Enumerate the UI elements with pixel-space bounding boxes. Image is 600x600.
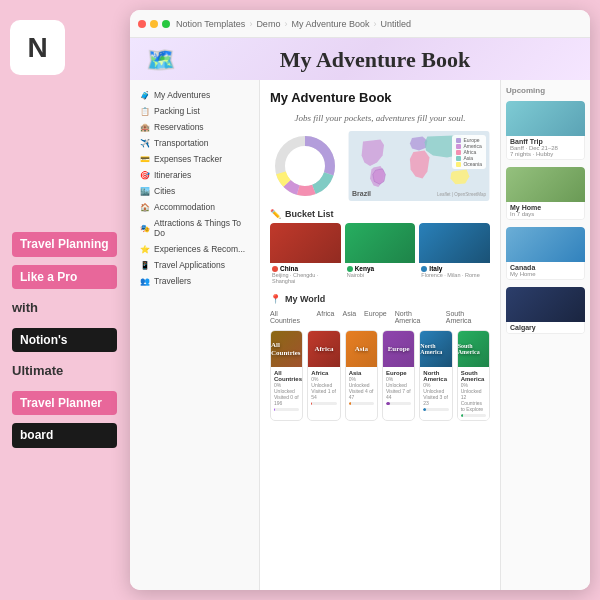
my-home-name: My Home	[510, 204, 581, 211]
world-card-south-america[interactable]: South America South America 0% Unlocked …	[457, 330, 490, 421]
sidebar-item-expenses[interactable]: 💳Expenses Tracker	[136, 152, 253, 166]
map-legend: Europe America Africa Asia Oceania	[452, 135, 486, 169]
canada-name: Canada	[510, 264, 581, 271]
sidebar-item-packing-list[interactable]: 📋Packing List	[136, 104, 253, 118]
breadcrumb-item-2[interactable]: Demo	[256, 19, 280, 29]
label-travel-planner: Travel Planner	[12, 391, 117, 416]
trip-card-calgary[interactable]: Calgary	[506, 287, 585, 334]
world-section-title: My World	[285, 294, 325, 304]
chart-map-row: Brazil Europe America Africa Asia Oceani…	[270, 131, 490, 201]
banff-img	[506, 101, 585, 136]
tab-asia[interactable]: Asia	[342, 310, 356, 324]
breadcrumb: Notion Templates › Demo › My Adventure B…	[176, 19, 411, 29]
sidebar-item-reservations[interactable]: 🏨Reservations	[136, 120, 253, 134]
card-icon: 💳	[140, 155, 150, 164]
tab-north-america[interactable]: North America	[395, 310, 438, 324]
target-icon: 🎯	[140, 171, 150, 180]
progress-asia	[349, 402, 374, 405]
world-pin-icon: 📍	[270, 294, 281, 304]
sidebar-item-my-adventures[interactable]: 🧳My Adventures	[136, 88, 253, 102]
tab-all-countries[interactable]: All Countries	[270, 310, 309, 324]
trip-card-canada[interactable]: Canada My Home	[506, 227, 585, 280]
sidebar-item-apps[interactable]: 📱Travel Applications	[136, 258, 253, 272]
my-world-section: 📍 My World All Countries Africa Asia Eur…	[270, 294, 490, 421]
bucket-card-kenya[interactable]: Kenya Nairobi	[345, 223, 416, 286]
people-icon: 👥	[140, 277, 150, 286]
italy-cities: Florence · Milan · Rome	[421, 272, 488, 278]
world-tabs: All Countries Africa Asia Europe North A…	[270, 310, 490, 324]
progress-south-america	[461, 414, 486, 417]
world-cards-container: All Countries All Countries 0% Unlocked …	[270, 330, 490, 421]
bucket-list-title: Bucket List	[285, 209, 334, 219]
notion-main: My Adventure Book Jobs fill your pockets…	[260, 80, 500, 590]
upcoming-title: Upcoming	[506, 86, 585, 95]
theatre-icon: 🎭	[140, 224, 150, 233]
notion-topbar: Notion Templates › Demo › My Adventure B…	[130, 10, 590, 38]
world-card-africa[interactable]: Africa Africa 0% Unlocked Visited 1 of 5…	[307, 330, 340, 421]
canada-meta: My Home	[510, 271, 581, 277]
label-notions: Notion's	[12, 328, 117, 353]
world-card-all[interactable]: All Countries All Countries 0% Unlocked …	[270, 330, 303, 421]
my-home-meta: In 7 days	[510, 211, 581, 217]
tab-europe[interactable]: Europe	[364, 310, 387, 324]
upcoming-panel: Upcoming Banff Trip Banff · Dec 21–28 7 …	[500, 80, 590, 590]
bucket-card-italy[interactable]: Italy Florence · Milan · Rome	[419, 223, 490, 286]
map-brazil-label: Brazil	[352, 190, 371, 197]
kenya-cities: Nairobi	[347, 272, 414, 278]
star-icon: ⭐	[140, 245, 150, 254]
bucket-list-images: China Beijing · Chengdu · Shanghai Kenya	[270, 223, 490, 286]
suitcase-icon: 🧳	[140, 91, 150, 100]
calgary-img	[506, 287, 585, 322]
page-title-main: My Adventure Book	[176, 47, 574, 73]
sidebar-item-accommodation[interactable]: 🏠Accommodation	[136, 200, 253, 214]
sidebar-item-cities[interactable]: 🏙️Cities	[136, 184, 253, 198]
kenya-flag-dot	[347, 266, 353, 272]
tab-africa[interactable]: Africa	[317, 310, 335, 324]
notion-app: Notion Templates › Demo › My Adventure B…	[130, 10, 590, 590]
tab-south-america[interactable]: South America	[446, 310, 490, 324]
sidebar-item-transportation[interactable]: ✈️Transportation	[136, 136, 253, 150]
donut-chart	[270, 131, 340, 201]
trip-card-my-home[interactable]: My Home In 7 days	[506, 167, 585, 220]
progress-all	[274, 408, 299, 411]
packing-icon: 📋	[140, 107, 150, 116]
notion-content: 🧳My Adventures 📋Packing List 🏨Reservatio…	[130, 80, 590, 590]
minimize-button[interactable]	[150, 20, 158, 28]
china-name: China	[280, 265, 298, 272]
world-card-europe[interactable]: Europe Europe 0% Unlocked Visited 7 of 4…	[382, 330, 415, 421]
notion-logo: N	[10, 20, 65, 75]
bucket-list-header: ✏️ Bucket List	[270, 209, 490, 219]
phone-icon: 📱	[140, 261, 150, 270]
progress-europe	[386, 402, 411, 405]
china-flag-dot	[272, 266, 278, 272]
label-board: board	[12, 423, 117, 448]
quote-text: Jobs fill your pockets, adventures fill …	[270, 113, 490, 123]
close-button[interactable]	[138, 20, 146, 28]
sidebar-item-travellers[interactable]: 👥Travellers	[136, 274, 253, 288]
sidebar-item-itineraries[interactable]: 🎯Itineraries	[136, 168, 253, 182]
sidebar-item-experiences[interactable]: ⭐Experiences & Recom...	[136, 242, 253, 256]
bucket-card-china[interactable]: China Beijing · Chengdu · Shanghai	[270, 223, 341, 286]
breadcrumb-item-1[interactable]: Notion Templates	[176, 19, 245, 29]
banff-name: Banff Trip	[510, 138, 581, 145]
world-card-asia[interactable]: Asia Asia 0% Unlocked Visited 4 of 47	[345, 330, 378, 421]
breadcrumb-item-4[interactable]: Untitled	[380, 19, 411, 29]
hotel-icon: 🏨	[140, 123, 150, 132]
italy-flag-dot	[421, 266, 427, 272]
city-icon: 🏙️	[140, 187, 150, 196]
label-travel-planning: Travel Planning	[12, 232, 117, 257]
trip-card-banff[interactable]: Banff Trip Banff · Dec 21–28 7 nights · …	[506, 101, 585, 160]
label-ultimate: Ultimate	[12, 360, 117, 382]
notion-sidebar: 🧳My Adventures 📋Packing List 🏨Reservatio…	[130, 80, 260, 590]
canada-img	[506, 227, 585, 262]
window-controls	[138, 20, 170, 28]
world-card-north-america[interactable]: North America North America 0% Unlocked …	[419, 330, 452, 421]
banff-nights: 7 nights · Hubby	[510, 151, 581, 157]
label-like-a-pro: Like a Pro	[12, 265, 117, 290]
sidebar-item-attractions[interactable]: 🎭Attractions & Things To Do	[136, 216, 253, 240]
bucket-icon: ✏️	[270, 209, 281, 219]
world-map[interactable]: Brazil Europe America Africa Asia Oceani…	[348, 131, 490, 201]
breadcrumb-item-3[interactable]: My Adventure Book	[291, 19, 369, 29]
adventure-icon: 🗺️	[146, 46, 176, 74]
maximize-button[interactable]	[162, 20, 170, 28]
